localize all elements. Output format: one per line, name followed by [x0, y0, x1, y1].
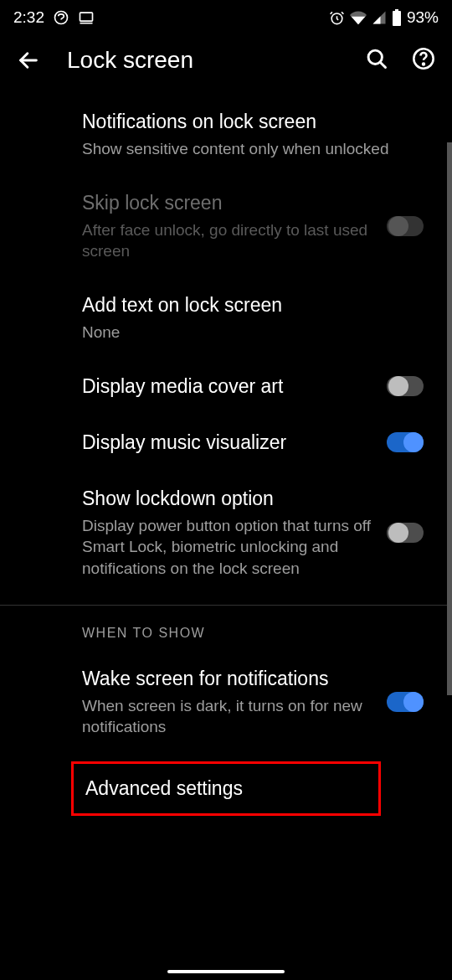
cast-icon — [78, 9, 95, 26]
setting-title: Wake screen for notifications — [82, 666, 373, 692]
back-button[interactable] — [17, 49, 40, 72]
setting-subtitle: After face unlock, go directly to last u… — [82, 219, 373, 262]
toggle-music-viz[interactable] — [387, 432, 424, 452]
setting-title: Skip lock screen — [82, 190, 373, 216]
setting-music-viz[interactable]: Display music visualizer — [0, 415, 452, 471]
toggle-skip-lock — [387, 216, 424, 236]
toggle-wake[interactable] — [387, 692, 424, 712]
toggle-lockdown[interactable] — [387, 523, 424, 543]
help-button[interactable] — [412, 47, 435, 74]
section-header: WHEN TO SHOW — [0, 606, 452, 651]
signal-icon — [372, 10, 387, 25]
scrollbar[interactable] — [447, 142, 452, 695]
svg-point-10 — [423, 63, 424, 64]
settings-list: Notifications on lock screen Show sensit… — [0, 94, 452, 816]
setting-notifications[interactable]: Notifications on lock screen Show sensit… — [0, 94, 452, 175]
setting-title: Display music visualizer — [82, 430, 373, 456]
setting-cover-art[interactable]: Display media cover art — [0, 358, 452, 415]
advanced-settings-highlight[interactable]: Advanced settings — [71, 761, 381, 816]
nav-handle[interactable] — [167, 970, 285, 973]
search-button[interactable] — [365, 47, 388, 74]
alarm-icon — [329, 10, 345, 26]
setting-title: Notifications on lock screen — [82, 109, 419, 135]
status-bar: 2:32 93% — [0, 0, 452, 32]
setting-lockdown[interactable]: Show lockdown option Display power butto… — [0, 471, 452, 595]
setting-skip-lock: Skip lock screen After face unlock, go d… — [0, 175, 452, 277]
svg-point-0 — [54, 12, 67, 24]
page-title: Lock screen — [67, 47, 338, 74]
svg-rect-1 — [80, 13, 92, 21]
setting-add-text[interactable]: Add text on lock screen None — [0, 277, 452, 358]
setting-title: Show lockdown option — [82, 486, 373, 512]
toggle-cover-art[interactable] — [387, 376, 424, 396]
setting-title: Add text on lock screen — [82, 292, 419, 318]
svg-rect-4 — [395, 9, 398, 11]
setting-subtitle: Display power button option that turns o… — [82, 515, 373, 580]
status-time: 2:32 — [13, 8, 44, 27]
wifi-icon — [350, 9, 367, 26]
svg-rect-5 — [393, 11, 401, 26]
setting-subtitle: Show sensitive content only when unlocke… — [82, 138, 419, 160]
advanced-settings-label: Advanced settings — [85, 777, 367, 800]
setting-wake-screen[interactable]: Wake screen for notifications When scree… — [0, 651, 452, 753]
setting-subtitle: When screen is dark, it turns on for new… — [82, 695, 373, 738]
setting-subtitle: None — [82, 322, 419, 343]
whatsapp-icon — [53, 9, 69, 26]
svg-line-8 — [381, 63, 386, 68]
app-bar: Lock screen — [0, 32, 452, 94]
setting-title: Display media cover art — [82, 374, 373, 400]
battery-icon — [392, 9, 402, 26]
battery-percent: 93% — [407, 8, 439, 27]
